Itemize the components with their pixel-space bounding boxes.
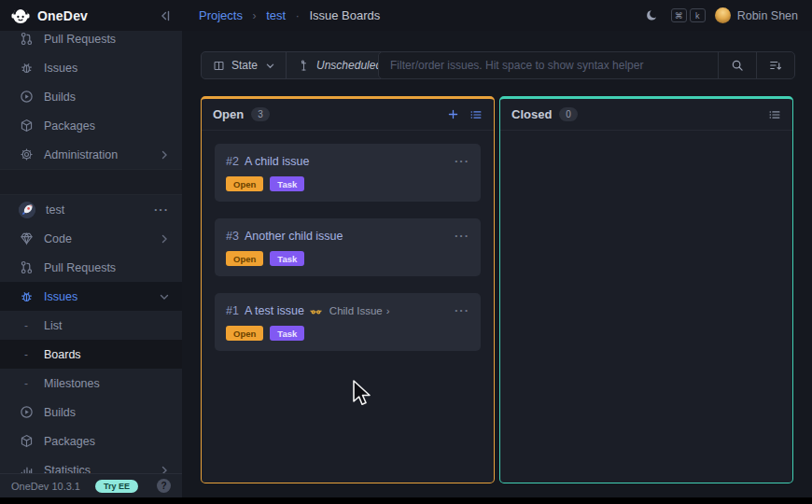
issue-title[interactable]: A test issue [245,304,304,317]
dash-bullet-icon: - [19,319,34,332]
search-button[interactable] [718,52,756,78]
sidebar-item-label: Boards [44,348,81,361]
collapse-sidebar-icon[interactable] [158,9,171,22]
code-gem-icon [19,231,34,246]
card-menu-icon[interactable]: ··· [455,230,469,243]
child-issue-link[interactable]: Child Issue › [329,304,390,317]
column-list-icon[interactable] [469,108,483,121]
sidebar-item-builds[interactable]: Builds [0,82,182,111]
milestone-flag-icon [298,60,310,72]
card-badges: Open Task [226,251,469,266]
column-list-icon[interactable] [768,108,781,121]
sidebar-section-divider [0,169,182,195]
sidebar-item-label: Milestones [44,377,100,390]
project-menu-icon[interactable]: ··· [154,203,169,217]
sidebar-item-label: Administration [44,148,118,161]
project-name-label: test [46,203,64,217]
breadcrumb-project-link[interactable]: test [266,8,286,22]
card-menu-icon[interactable]: ··· [455,304,469,317]
state-board-value: State [231,59,258,72]
sidebar-item-label: Code [44,232,72,245]
sidebar-item-code[interactable]: Code [0,224,182,253]
sidebar-item-project-pull-requests[interactable]: Pull Requests [0,253,182,282]
sidebar-item-pull-requests[interactable]: Pull Requests [0,31,182,53]
issue-card-2[interactable]: #2 A child issue ··· Open Task [215,144,481,202]
sidebar-item-statistics[interactable]: Statistics [0,455,182,473]
issue-title[interactable]: A child issue [245,155,309,168]
filter-input[interactable] [379,52,718,78]
card-badges: Open Task [226,326,469,341]
sidebar-item-packages[interactable]: Packages [0,111,182,140]
column-name: Open [213,107,244,121]
chevron-right-icon: › [386,304,390,317]
sidebar-item-label: Builds [44,91,76,104]
try-ee-badge[interactable]: Try EE [95,480,138,493]
issue-title[interactable]: Another child issue [245,230,343,243]
issue-card-3[interactable]: #3 Another child issue ··· Open Task [215,218,481,276]
sidebar-item-project-issues[interactable]: Issues [0,282,182,311]
issue-number: #1 [226,304,239,317]
issue-card-1[interactable]: #1 A test issue Child Issue [215,293,481,351]
user-avatar [715,7,731,23]
sidebar-item-issues-list[interactable]: - List [0,311,182,340]
pull-request-icon [19,32,34,47]
chevron-down-icon [160,292,169,301]
chevron-right-icon [160,150,169,160]
user-menu[interactable]: Robin Shen [715,7,798,23]
sidebar-item-issues-boards[interactable]: - Boards [0,340,182,369]
order-button[interactable] [756,52,794,78]
sidebar-item-label: Packages [44,435,95,448]
bug-icon [19,289,34,304]
sidebar-item-issues[interactable]: Issues [0,53,182,82]
issue-number: #2 [226,155,239,168]
pull-request-icon [19,260,34,275]
column-header-closed: Closed 0 [500,99,792,131]
card-menu-icon[interactable]: ··· [455,155,469,168]
sidebar-project-test[interactable]: test ··· [0,195,182,224]
dark-mode-toggle-icon[interactable] [646,9,658,21]
sidebar-item-administration[interactable]: Administration [0,140,182,169]
play-circle-icon [19,90,34,105]
column-actions [768,108,781,121]
sidebar-item-label: Builds [44,406,76,419]
column-actions [447,108,483,121]
k-key: k [690,8,706,22]
sidebar-item-issues-milestones[interactable]: - Milestones [0,369,182,398]
state-board-dropdown[interactable]: State [202,52,286,78]
project-rocket-avatar [19,202,35,218]
sidebar-item-label: Pull Requests [44,261,116,274]
sidebar-item-label: Statistics [44,464,91,474]
type-badge: Task [270,251,304,266]
sidebar-item-label: Issues [44,290,77,303]
sidebar-item-project-builds[interactable]: Builds [0,398,182,427]
onedev-logo-icon [11,7,30,25]
filter-bar [378,51,795,79]
sidebar-footer: OneDev 10.3.1 Try EE ? [0,473,182,497]
card-title-row: #1 A test issue Child Issue [226,304,469,317]
board-column-closed: Closed 0 [499,96,793,483]
dash-bullet-icon: - [19,377,34,390]
sidebar-item-label: Packages [44,119,95,133]
bug-icon [19,61,34,76]
add-issue-icon[interactable] [447,108,459,120]
sidebar-item-project-packages[interactable]: Packages [0,427,182,455]
breadcrumb-dot-icon: · [296,9,300,22]
column-count-badge: 0 [559,107,578,121]
card-title-row: #3 Another child issue ··· [226,230,469,243]
milestone-value: Unscheduled [316,59,382,72]
help-icon[interactable]: ? [157,479,171,493]
breadcrumb-current-page: Issue Boards [309,8,380,22]
state-badge: Open [226,326,263,341]
card-badges: Open Task [226,176,469,191]
breadcrumb-projects-link[interactable]: Projects [199,8,243,22]
package-box-icon [19,434,34,449]
breadcrumb-separator-icon: › [253,9,257,22]
main-content: State Unscheduled [182,31,812,497]
keyboard-shortcut-hint: ⌘ k [671,8,706,22]
chevron-down-icon [266,62,274,70]
column-count-badge: 3 [251,107,270,121]
type-badge: Task [270,326,304,341]
column-cards: #2 A child issue ··· Open Task #3 Anothe… [202,131,494,364]
state-badge: Open [226,176,263,191]
sidebar-header: OneDev [0,0,182,31]
